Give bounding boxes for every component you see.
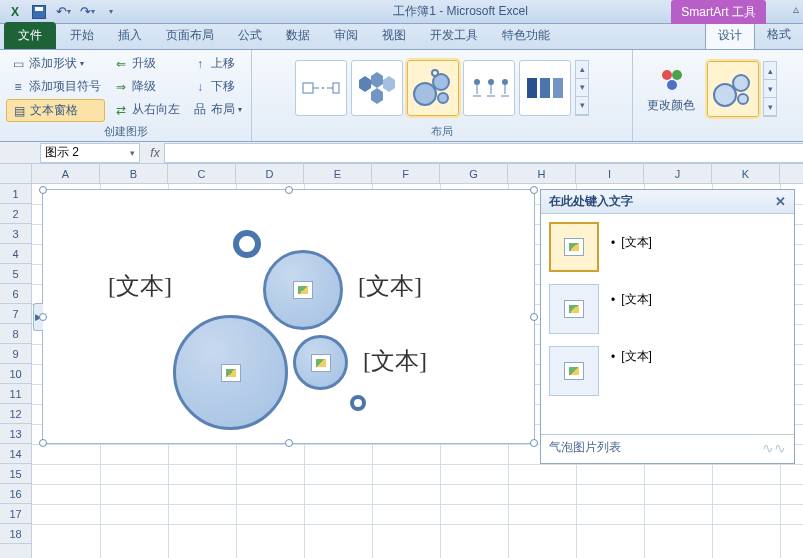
row-header[interactable]: 10 — [0, 364, 31, 384]
tab-design[interactable]: 设计 — [705, 21, 755, 49]
picture-placeholder-icon[interactable] — [221, 364, 241, 382]
row-header[interactable]: 2 — [0, 204, 31, 224]
change-colors-button[interactable]: 更改颜色 — [639, 61, 703, 118]
resize-handle[interactable] — [530, 439, 538, 447]
row-header[interactable]: 13 — [0, 424, 31, 444]
row-header[interactable]: 7 — [0, 304, 31, 324]
promote-button[interactable]: ⇐升级 — [109, 53, 184, 74]
style-option-1[interactable] — [707, 61, 759, 117]
textpane-item[interactable]: •[文本] — [611, 291, 652, 308]
formula-input[interactable] — [164, 143, 803, 163]
fx-label[interactable]: fx — [146, 146, 164, 160]
undo-button[interactable]: ↶▾ — [52, 2, 74, 22]
smartart-text-pane[interactable]: 在此处键入文字 ✕ •[文本] •[文本] •[文本] 气泡图片列表 ∿∿ — [540, 189, 795, 464]
layout-button[interactable]: 品布局 ▾ — [188, 99, 246, 120]
col-header[interactable]: I — [576, 164, 644, 183]
resize-handle[interactable] — [39, 186, 47, 194]
textpane-item[interactable]: •[文本] — [611, 348, 652, 365]
layout-option-5[interactable] — [519, 60, 571, 116]
smartart-object[interactable]: ▶ [文本] [文本] [文本] — [42, 189, 535, 444]
row-header[interactable]: 4 — [0, 244, 31, 264]
tab-data[interactable]: 数据 — [274, 22, 322, 49]
movedown-button[interactable]: ↓下移 — [188, 76, 246, 97]
add-bullet-button[interactable]: ≡添加项目符号 — [6, 76, 105, 97]
text-pane-button[interactable]: ▤文本窗格 — [6, 99, 105, 122]
bubble-decor[interactable] — [350, 395, 366, 411]
demote-button[interactable]: ⇒降级 — [109, 76, 184, 97]
col-header[interactable]: E — [304, 164, 372, 183]
row-header[interactable]: 6 — [0, 284, 31, 304]
bubble-text-1[interactable]: [文本] — [108, 270, 172, 302]
close-icon[interactable]: ✕ — [775, 194, 786, 209]
tab-format[interactable]: 格式 — [755, 21, 803, 49]
col-header[interactable]: C — [168, 164, 236, 183]
row-header[interactable]: 12 — [0, 404, 31, 424]
bubble-1[interactable] — [173, 315, 288, 430]
layout-gallery-scroll[interactable]: ▴▾▾ — [575, 60, 589, 116]
bubble-text-3[interactable]: [文本] — [363, 345, 427, 377]
tab-devtools[interactable]: 开发工具 — [418, 22, 490, 49]
name-box[interactable]: 图示 2▾ — [40, 143, 140, 163]
redo-button[interactable]: ↷▾ — [76, 2, 98, 22]
col-header[interactable]: A — [32, 164, 100, 183]
layout-option-3[interactable] — [407, 60, 459, 116]
textpane-item[interactable]: •[文本] — [611, 234, 652, 251]
row-header[interactable]: 3 — [0, 224, 31, 244]
layout-option-2[interactable] — [351, 60, 403, 116]
col-header[interactable]: B — [100, 164, 168, 183]
svg-point-12 — [432, 70, 438, 76]
add-shape-button[interactable]: ▭添加形状 ▾ — [6, 53, 105, 74]
excel-icon[interactable]: X — [4, 2, 26, 22]
picture-placeholder-icon[interactable] — [293, 281, 313, 299]
resize-handle[interactable] — [39, 439, 47, 447]
row-header[interactable]: 1 — [0, 184, 31, 204]
bubble-2[interactable] — [263, 250, 343, 330]
col-header[interactable]: F — [372, 164, 440, 183]
picture-placeholder-icon[interactable] — [311, 354, 331, 372]
row-header[interactable]: 9 — [0, 344, 31, 364]
col-header[interactable]: D — [236, 164, 304, 183]
row-header[interactable]: 15 — [0, 464, 31, 484]
col-header[interactable]: G — [440, 164, 508, 183]
save-button[interactable] — [28, 2, 50, 22]
tab-formulas[interactable]: 公式 — [226, 22, 274, 49]
row-header[interactable]: 17 — [0, 504, 31, 524]
rtl-button[interactable]: ⇄从右向左 — [109, 99, 184, 120]
row-header[interactable]: 11 — [0, 384, 31, 404]
tab-features[interactable]: 特色功能 — [490, 22, 562, 49]
resize-handle[interactable] — [39, 313, 47, 321]
cell-grid[interactable]: ▶ [文本] [文本] [文本] 在此处键入文字 ✕ — [32, 184, 803, 558]
col-header[interactable]: J — [644, 164, 712, 183]
layout-option-4[interactable] — [463, 60, 515, 116]
moveup-button[interactable]: ↑上移 — [188, 53, 246, 74]
ribbon: ▭添加形状 ▾ ≡添加项目符号 ▤文本窗格 ⇐升级 ⇒降级 ⇄从右向左 ↑上移 … — [0, 50, 803, 142]
file-tab[interactable]: 文件 — [4, 22, 56, 49]
row-header[interactable]: 8 — [0, 324, 31, 344]
row-header[interactable]: 5 — [0, 264, 31, 284]
tab-home[interactable]: 开始 — [58, 22, 106, 49]
resize-handle[interactable] — [285, 186, 293, 194]
tab-view[interactable]: 视图 — [370, 22, 418, 49]
layout-option-1[interactable] — [295, 60, 347, 116]
textpane-thumb[interactable] — [549, 222, 599, 272]
row-header[interactable]: 14 — [0, 444, 31, 464]
bubble-decor[interactable] — [233, 230, 261, 258]
bubble-3[interactable] — [293, 335, 348, 390]
textpane-thumb[interactable] — [549, 284, 599, 334]
col-header[interactable]: K — [712, 164, 780, 183]
row-header[interactable]: 16 — [0, 484, 31, 504]
row-header[interactable]: 18 — [0, 524, 31, 544]
style-gallery-scroll[interactable]: ▴▾▾ — [763, 61, 777, 117]
tab-pagelayout[interactable]: 页面布局 — [154, 22, 226, 49]
textpane-thumb[interactable] — [549, 346, 599, 396]
resize-handle[interactable] — [530, 186, 538, 194]
tab-review[interactable]: 审阅 — [322, 22, 370, 49]
col-header[interactable]: H — [508, 164, 576, 183]
tab-insert[interactable]: 插入 — [106, 22, 154, 49]
bubble-text-2[interactable]: [文本] — [358, 270, 422, 302]
resize-handle[interactable] — [285, 439, 293, 447]
select-all-corner[interactable] — [0, 164, 32, 184]
qat-customize[interactable]: ▾ — [100, 2, 122, 22]
resize-handle[interactable] — [530, 313, 538, 321]
ribbon-min-icon[interactable]: ▵ — [793, 2, 799, 16]
